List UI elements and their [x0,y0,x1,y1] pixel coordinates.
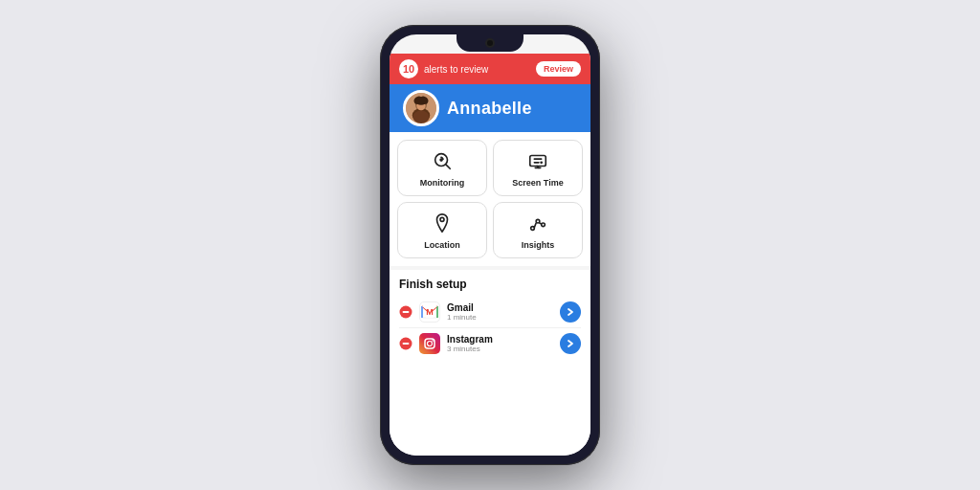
finish-setup-section: Finish setup [390,270,590,456]
svg-rect-9 [530,156,546,167]
instagram-app-icon [419,333,440,354]
instagram-app-name: Instagram [447,334,553,345]
monitoring-button[interactable]: Monitoring [397,140,487,196]
gmail-app-time: 1 minute [447,313,553,322]
profile-header: Annabelle [390,84,590,132]
alert-bar: 10 alerts to review Review [390,54,590,84]
gmail-app-icon: M [419,301,440,323]
gmail-app-info: Gmail 1 minute [447,302,553,322]
gmail-app-name: Gmail [447,302,553,313]
screen-time-icon [527,150,548,174]
svg-line-19 [534,223,536,228]
svg-point-12 [540,161,543,164]
avatar [403,90,439,126]
feature-grid: Monitoring Screen Time [390,132,590,266]
insights-label: Insights [522,240,555,250]
svg-point-28 [432,340,434,342]
screen-time-button[interactable]: Screen Time [493,140,583,196]
gmail-row: M Gmail 1 minute [399,297,581,328]
svg-point-8 [439,158,443,162]
svg-point-4 [413,111,430,123]
insights-button[interactable]: Insights [493,202,583,258]
instagram-arrow-button[interactable] [560,333,581,354]
svg-point-15 [440,217,444,221]
location-label: Location [424,240,460,250]
monitoring-icon [432,150,453,174]
screen-time-label: Screen Time [512,178,563,188]
camera-icon [485,38,495,48]
gmail-arrow-button[interactable] [560,301,581,323]
location-icon [432,212,453,236]
svg-text:M: M [426,307,434,317]
instagram-row: Instagram 3 minutes [399,328,581,359]
phone-notch [457,34,523,52]
svg-line-20 [540,223,542,224]
svg-line-7 [446,165,450,168]
alert-text: alerts to review [424,64,530,75]
monitoring-label: Monitoring [420,178,465,188]
phone-screen: 10 alerts to review Review Annabelle [390,34,590,456]
finish-setup-title: Finish setup [399,278,581,291]
instagram-app-time: 3 minutes [447,345,553,353]
phone-frame: 10 alerts to review Review Annabelle [380,25,600,465]
instagram-app-info: Instagram 3 minutes [447,334,553,353]
instagram-remove-icon[interactable] [399,337,412,350]
svg-point-27 [428,342,433,346]
alert-count: 10 [399,59,418,78]
gmail-remove-icon[interactable] [399,305,412,319]
insights-icon [527,212,548,236]
location-button[interactable]: Location [397,202,487,258]
profile-name: Annabelle [447,99,532,119]
review-button[interactable]: Review [536,61,581,77]
